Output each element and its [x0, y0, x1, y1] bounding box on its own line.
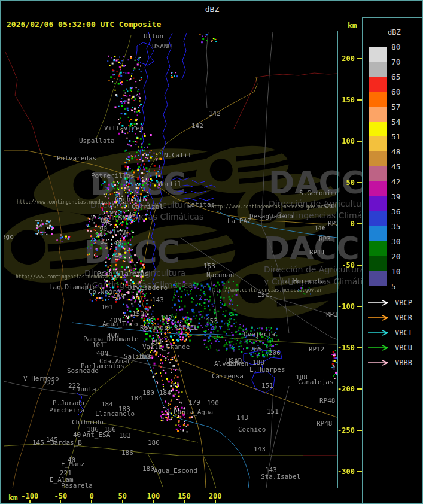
- map-label: Bowen: [229, 360, 248, 367]
- map-label: 142: [191, 123, 203, 129]
- scale-band: [369, 241, 387, 256]
- map-label: RP48: [319, 397, 336, 404]
- map-label: La PAZ: [227, 218, 251, 224]
- axis-tick: [29, 500, 31, 504]
- scale-value-label: 5: [391, 282, 396, 291]
- map-label: Valle_Grande: [142, 344, 190, 350]
- map-label: 40: [114, 253, 122, 259]
- axis-tick: [357, 141, 362, 142]
- map-label: Uspallata: [79, 138, 115, 144]
- axis-tick-label: 50: [346, 178, 355, 187]
- axis-tick: [357, 430, 362, 431]
- map-label: Sosneado: [67, 368, 99, 374]
- axis-tick-label: 150: [342, 96, 355, 104]
- map-label: ago: [4, 233, 14, 240]
- scale-value-label: 80: [391, 42, 401, 51]
- horizontal-axis-unit: km: [8, 493, 18, 502]
- map-label: Villavicen: [104, 125, 144, 132]
- axis-tick: [357, 347, 362, 348]
- scale-value-label: 30: [391, 237, 401, 246]
- axis-tick-label: -300: [337, 467, 355, 476]
- scale-band: [369, 92, 387, 107]
- header-row: 2026/02/06 05:32:00 UTC Composite km: [1, 17, 362, 31]
- horizontal-axis: km -100-50050100150200: [1, 488, 362, 504]
- map-label: Bardas_B: [50, 439, 82, 446]
- map-label: SAOU: [323, 203, 338, 210]
- axis-tick: [357, 471, 362, 472]
- map-label: TPY: [106, 210, 118, 217]
- scale-band: [369, 256, 387, 271]
- map-label: SMN: [118, 215, 130, 221]
- color-scale-title: dBZ: [388, 28, 401, 37]
- map-label: Cochico: [238, 426, 266, 433]
- scale-value-label: 42: [391, 177, 401, 186]
- axis-tick: [215, 500, 216, 504]
- map-label: E_Manz: [61, 461, 85, 467]
- map-label: 184: [101, 401, 113, 408]
- map-label: Carmensa: [212, 373, 244, 379]
- map-label: Cacheuta: [115, 196, 147, 202]
- map-label: Esc.: [257, 292, 273, 298]
- map-label: S.RAFAEL: [166, 324, 198, 331]
- map-label: RP12: [309, 346, 325, 353]
- legend-row: VBCU: [367, 344, 422, 352]
- map-label: 143: [236, 414, 248, 421]
- map-label: 180: [138, 353, 150, 360]
- radar-code-label: VBBB: [395, 359, 412, 367]
- map-label: 150: [132, 311, 144, 317]
- scale-band: [369, 271, 387, 286]
- radar-app-window: dBZ 2026/02/06 05:32:00 UTC Composite km…: [0, 0, 423, 504]
- scale-band: [369, 151, 387, 166]
- map-label: 184: [159, 390, 171, 396]
- map-label: 184: [130, 395, 142, 402]
- map-label: +TYAN: [108, 229, 128, 236]
- axis-tick-label: -100: [337, 302, 355, 311]
- axis-tick-label: 150: [178, 492, 191, 500]
- page-title: dBZ: [205, 5, 219, 14]
- map-label: 180: [142, 390, 154, 396]
- axis-tick-label: -50: [342, 261, 355, 269]
- map-label: Catitas: [187, 201, 215, 208]
- axis-tick: [357, 99, 362, 101]
- map-label: 145: [32, 439, 44, 446]
- map-label: RP3: [326, 311, 338, 318]
- axis-tick-label: 200: [209, 492, 222, 500]
- axis-tick-label: 0: [351, 220, 355, 228]
- scale-value-label: 39: [391, 192, 401, 201]
- map-label: Agua_Toro: [102, 321, 138, 327]
- map-label: Punta_Agua: [174, 409, 213, 415]
- radar-code-label: VBCT: [395, 329, 412, 337]
- map-label: 142: [209, 110, 221, 117]
- legend-row: VBCT: [367, 329, 422, 337]
- map-label: 153: [203, 263, 215, 269]
- scale-value-label: 60: [391, 87, 401, 96]
- map-label: La_Horqueta: [281, 278, 325, 284]
- radar-code-label: VBCU: [395, 344, 412, 352]
- radar-code-label: VBCP: [395, 299, 412, 307]
- axis-tick-label: -200: [337, 385, 355, 393]
- map-label: Desaguadero: [249, 213, 293, 220]
- axis-tick: [357, 388, 362, 390]
- map-label: 153: [206, 318, 218, 324]
- map-label: Chihuido: [72, 419, 104, 426]
- map-label: 40: [73, 432, 81, 438]
- scale-band: [369, 196, 387, 211]
- scale-value-label: 20: [391, 252, 401, 261]
- scale-value-label: 57: [391, 102, 401, 111]
- axis-tick-label: -150: [337, 344, 355, 352]
- map-label: 40: [114, 240, 121, 247]
- panel-divider: [362, 17, 363, 504]
- map-label: USANU: [152, 43, 172, 50]
- map-label: Pampa_Diamante: [83, 336, 139, 342]
- axis-tick-label: 200: [342, 54, 355, 63]
- legend-row: VBCP: [367, 299, 422, 307]
- map-label: Llancanelo: [95, 411, 135, 417]
- scale-band: [369, 226, 387, 241]
- axis-tick: [357, 58, 362, 59]
- map-label: 183: [119, 432, 131, 439]
- legend-row: VBBB: [367, 359, 422, 367]
- axis-tick: [357, 265, 362, 266]
- map-label: Polvaredas: [57, 155, 96, 162]
- map-label: Paso_Llaretas: [97, 271, 148, 277]
- radar-code-label: VBCR: [395, 314, 412, 322]
